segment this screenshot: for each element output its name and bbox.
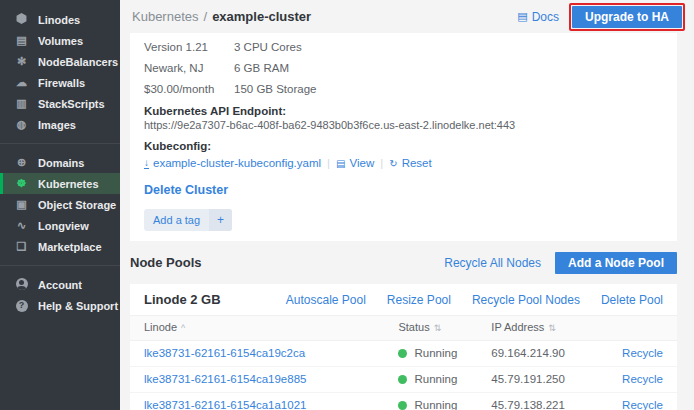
node-pools-title: Node Pools <box>130 255 202 270</box>
download-icon: ↓ <box>144 158 149 169</box>
recycle-pool-nodes-link[interactable]: Recycle Pool Nodes <box>472 293 580 307</box>
recycle-node-link[interactable]: Recycle <box>622 347 663 359</box>
status-running-dot <box>398 349 407 358</box>
add-tag-chip[interactable]: Add a tag + <box>144 209 232 231</box>
sidebar-item-label: Domains <box>38 157 84 169</box>
resize-pool-link[interactable]: Resize Pool <box>387 293 451 307</box>
sidebar-item-longview[interactable]: ∿ Longview <box>0 215 120 236</box>
cluster-ram: 6 GB RAM <box>234 62 289 75</box>
sidebar-item-label: Volumes <box>38 35 83 47</box>
sidebar-item-object-storage[interactable]: ▣ Object Storage <box>0 194 120 215</box>
images-icon: ◍ <box>14 119 29 130</box>
sort-ascending-icon: ^ <box>181 323 185 333</box>
pool-actions: Autoscale Pool Resize Pool Recycle Pool … <box>286 293 663 307</box>
sidebar-item-label: StackScripts <box>38 98 105 110</box>
add-node-pool-button[interactable]: Add a Node Pool <box>555 252 677 274</box>
separator: | <box>380 156 383 171</box>
sidebar-item-linodes[interactable]: Linodes <box>0 9 120 30</box>
delete-cluster-link[interactable]: Delete Cluster <box>144 183 228 197</box>
kubernetes-wheel-icon: ☸ <box>14 178 29 189</box>
docs-icon: ▤ <box>517 10 527 23</box>
sidebar-item-label: Longview <box>38 220 89 232</box>
plus-icon: + <box>209 209 232 231</box>
docs-link[interactable]: ▤ Docs <box>517 10 559 24</box>
pool-name: Linode 2 GB <box>144 292 221 307</box>
kubeconfig-reset-link[interactable]: ↻ Reset <box>389 156 431 171</box>
column-header-actions <box>608 316 677 341</box>
sidebar-item-volumes[interactable]: ▤ Volumes <box>0 30 120 51</box>
linode-hexagon-icon <box>14 13 29 26</box>
sidebar-item-label: Linodes <box>38 14 80 26</box>
status-running-dot <box>398 401 407 410</box>
delete-pool-link[interactable]: Delete Pool <box>601 293 663 307</box>
marketplace-bag-icon: ❑ <box>14 241 29 252</box>
node-link[interactable]: lke38731-62161-6154ca1a1021 <box>144 399 306 410</box>
sidebar-item-domains[interactable]: ⊕ Domains <box>0 152 120 173</box>
kubeconfig-label: Kubeconfig: <box>144 139 663 153</box>
annotation-highlight-box: Upgrade to HA <box>569 3 685 31</box>
node-link[interactable]: lke38731-62161-6154ca19c2ca <box>144 347 305 359</box>
status-text: Running <box>414 347 457 360</box>
node-ip: 45.79.138.221 <box>477 393 608 410</box>
sidebar-divider <box>0 143 120 144</box>
sidebar-item-nodebalancers[interactable]: ✻ NodeBalancers <box>0 51 120 72</box>
kubeconfig-download-link[interactable]: ↓ example-cluster-kubeconfig.yaml <box>144 156 321 171</box>
breadcrumb: Kubernetes / example-cluster <box>132 9 311 24</box>
sidebar-item-label: Kubernetes <box>38 178 99 190</box>
sidebar-item-kubernetes[interactable]: ☸ Kubernetes <box>0 173 120 194</box>
table-row: lke38731-62161-6154ca19e885 Running 45.7… <box>130 367 677 393</box>
sidebar-item-label: Firewalls <box>38 77 85 89</box>
sidebar-item-account[interactable]: Account <box>0 274 120 295</box>
reset-icon: ↻ <box>389 156 397 171</box>
api-endpoint-value: https://9e2a7307-b6ac-408f-ba62-9483b0b3… <box>144 119 663 131</box>
node-pools-header: Node Pools Recycle All Nodes Add a Node … <box>130 241 677 284</box>
pool-header: Linode 2 GB Autoscale Pool Resize Pool R… <box>130 284 677 315</box>
cluster-price: $30.00/month <box>144 83 234 96</box>
autoscale-pool-link[interactable]: Autoscale Pool <box>286 293 366 307</box>
firewalls-cloud-icon: ☁ <box>14 77 29 88</box>
sidebar-item-label: Images <box>38 119 76 131</box>
recycle-node-link[interactable]: Recycle <box>622 399 663 410</box>
recycle-node-link[interactable]: Recycle <box>622 373 663 385</box>
nodebalancers-icon: ✻ <box>14 56 29 67</box>
domains-globe-icon: ⊕ <box>14 157 29 168</box>
sidebar-item-label: Help & Support <box>38 300 118 312</box>
api-endpoint-label: Kubernetes API Endpoint: <box>144 104 663 118</box>
sidebar-divider <box>0 265 120 266</box>
breadcrumb-kubernetes-link[interactable]: Kubernetes <box>132 9 199 24</box>
sidebar-item-label: NodeBalancers <box>38 56 118 68</box>
sidebar-item-images[interactable]: ◍ Images <box>0 114 120 135</box>
sidebar-item-stackscripts[interactable]: ▥ StackScripts <box>0 93 120 114</box>
node-link[interactable]: lke38731-62161-6154ca19e885 <box>144 373 306 385</box>
spec-row: Newark, NJ 6 GB RAM <box>144 62 663 75</box>
cluster-region: Newark, NJ <box>144 62 234 75</box>
sort-icon: ⇅ <box>548 323 556 333</box>
status-running-dot <box>398 375 407 384</box>
sort-icon: ⇅ <box>434 323 442 333</box>
cluster-storage: 150 GB Storage <box>234 83 316 96</box>
separator: | <box>327 156 330 171</box>
help-question-icon: ? <box>14 299 29 312</box>
spec-row: Version 1.21 3 CPU Cores <box>144 41 663 54</box>
object-storage-bucket-icon: ▣ <box>14 199 29 210</box>
node-ip: 69.164.214.90 <box>477 341 608 367</box>
sidebar-item-help-support[interactable]: ? Help & Support <box>0 295 120 316</box>
sidebar: Linodes ▤ Volumes ✻ NodeBalancers ☁ Fire… <box>0 0 120 410</box>
breadcrumb-separator: / <box>204 9 208 24</box>
page-header: Kubernetes / example-cluster ▤ Docs Upgr… <box>120 0 694 33</box>
page-title: example-cluster <box>212 9 311 24</box>
recycle-all-nodes-link[interactable]: Recycle All Nodes <box>444 256 541 270</box>
kubeconfig-view-link[interactable]: ▤ View <box>336 156 374 171</box>
spec-row: $30.00/month 150 GB Storage <box>144 83 663 96</box>
sidebar-item-firewalls[interactable]: ☁ Firewalls <box>0 72 120 93</box>
column-header-linode[interactable]: Linode^ <box>130 316 384 341</box>
upgrade-to-ha-button[interactable]: Upgrade to HA <box>572 6 682 28</box>
node-ip: 45.79.191.250 <box>477 367 608 393</box>
status-text: Running <box>414 399 457 410</box>
account-person-icon <box>14 278 29 292</box>
sidebar-item-marketplace[interactable]: ❑ Marketplace <box>0 236 120 257</box>
cluster-summary-card: Version 1.21 3 CPU Cores Newark, NJ 6 GB… <box>130 33 677 241</box>
cluster-version: Version 1.21 <box>144 41 234 54</box>
column-header-ip-address[interactable]: IP Address⇅ <box>477 316 608 341</box>
column-header-status[interactable]: Status⇅ <box>384 316 477 341</box>
